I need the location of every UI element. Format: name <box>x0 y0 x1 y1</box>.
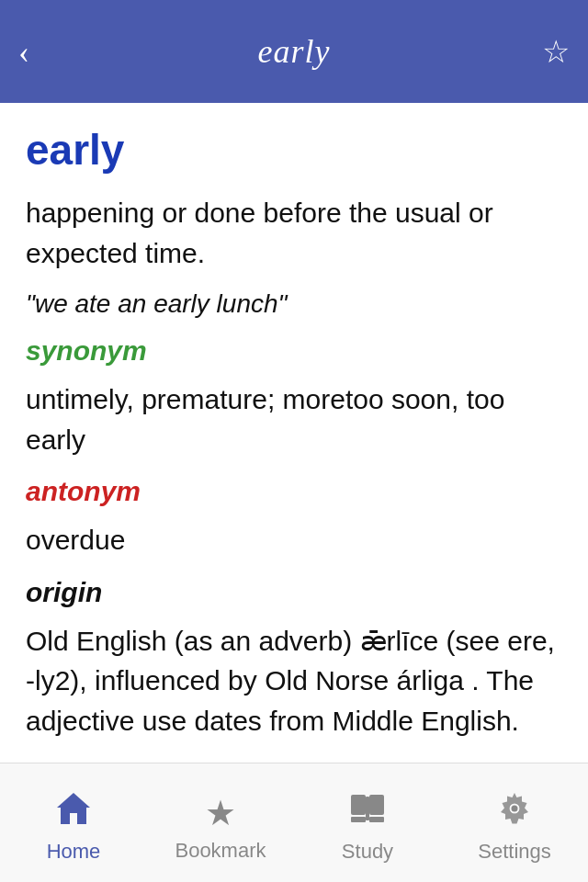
synonym-label: synonym <box>26 335 562 367</box>
header: ‹ early ☆ <box>0 0 588 103</box>
svg-marker-0 <box>57 793 90 824</box>
svg-rect-4 <box>369 817 384 822</box>
antonym-label: antonym <box>26 476 562 507</box>
bookmark-label: Bookmark <box>175 839 266 863</box>
nav-home[interactable]: Home <box>0 782 147 864</box>
settings-icon <box>496 791 533 834</box>
nav-bookmark[interactable]: ★ Bookmark <box>147 784 294 863</box>
content-area: early happening or done before the usual… <box>0 103 588 763</box>
bookmark-star-icon[interactable]: ☆ <box>542 33 570 70</box>
antonym-text: overdue <box>26 520 562 560</box>
nav-settings[interactable]: Settings <box>441 782 588 864</box>
svg-rect-3 <box>351 817 366 822</box>
header-title: early <box>258 32 331 71</box>
definition-text: happening or done before the usual or ex… <box>26 193 562 273</box>
svg-rect-1 <box>351 795 366 815</box>
back-button[interactable]: ‹ <box>18 35 29 68</box>
origin-text: Old English (as an adverb) ǣrlīce (see e… <box>26 621 562 741</box>
home-label: Home <box>47 840 101 864</box>
svg-rect-2 <box>369 795 384 815</box>
bottom-nav: Home ★ Bookmark Study Settings <box>0 763 588 882</box>
origin-label: origin <box>26 577 562 608</box>
study-label: Study <box>342 840 393 864</box>
settings-label: Settings <box>478 840 551 864</box>
example-text: "we ate an early lunch" <box>26 289 562 319</box>
svg-point-8 <box>512 806 518 812</box>
home-icon <box>55 791 92 834</box>
study-icon <box>349 791 386 834</box>
word-title: early <box>26 125 562 175</box>
synonym-text: untimely, premature; moretoo soon, too e… <box>26 379 562 459</box>
nav-study[interactable]: Study <box>294 782 441 864</box>
bookmark-icon: ★ <box>205 793 236 833</box>
svg-rect-5 <box>366 797 369 820</box>
